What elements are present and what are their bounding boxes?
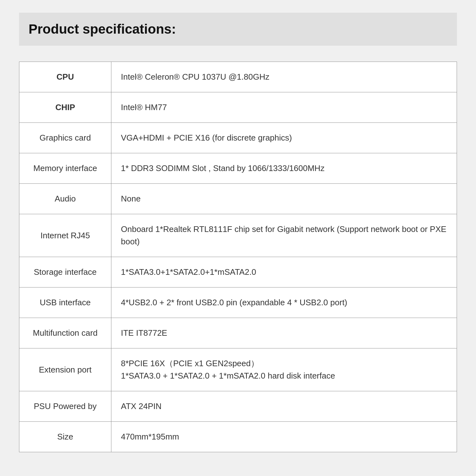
table-row: PSU Powered by ATX 24PIN xyxy=(19,391,457,422)
table-row: Multifunction cardITE IT8772E xyxy=(19,318,457,348)
table-row: CPUIntel® Celeron® CPU 1037U @1.80GHz xyxy=(19,62,457,92)
table-row: Graphics cardVGA+HDMI + PCIE X16 (for di… xyxy=(19,123,457,153)
page-title: Product specifications: xyxy=(29,22,447,37)
spec-label: Extension port xyxy=(19,348,111,391)
spec-label: CPU xyxy=(19,62,111,92)
spec-value: Intel® Celeron® CPU 1037U @1.80GHz xyxy=(111,62,457,92)
spec-value: 470mm*195mm xyxy=(111,422,457,452)
spec-label: USB interface xyxy=(19,288,111,318)
spec-label: Size xyxy=(19,422,111,452)
spec-value: 4*USB2.0 + 2* front USB2.0 pin (expandab… xyxy=(111,288,457,318)
spec-value: 8*PCIE 16X（PCIE x1 GEN2speed）1*SATA3.0 +… xyxy=(111,348,457,391)
table-row: Size470mm*195mm xyxy=(19,422,457,452)
table-row: Memory interface1* DDR3 SODIMM Slot , St… xyxy=(19,153,457,184)
spec-value: 1*SATA3.0+1*SATA2.0+1*mSATA2.0 xyxy=(111,257,457,288)
spec-label: Multifunction card xyxy=(19,318,111,348)
spec-label: Graphics card xyxy=(19,123,111,153)
spec-label: Memory interface xyxy=(19,153,111,184)
spec-label: Internet RJ45 xyxy=(19,214,111,257)
spec-value: VGA+HDMI + PCIE X16 (for discrete graphi… xyxy=(111,123,457,153)
spec-label: Storage interface xyxy=(19,257,111,288)
table-row: Storage interface1*SATA3.0+1*SATA2.0+1*m… xyxy=(19,257,457,288)
table-row: Internet RJ45Onboard 1*Realtek RTL8111F … xyxy=(19,214,457,257)
table-row: CHIPIntel® HM77 xyxy=(19,92,457,123)
title-bar: Product specifications: xyxy=(19,13,457,46)
spec-value: 1* DDR3 SODIMM Slot , Stand by 1066/1333… xyxy=(111,153,457,184)
spec-value: Intel® HM77 xyxy=(111,92,457,123)
table-row: USB interface4*USB2.0 + 2* front USB2.0 … xyxy=(19,288,457,318)
specs-table: CPUIntel® Celeron® CPU 1037U @1.80GHzCHI… xyxy=(19,62,457,452)
spec-value: ATX 24PIN xyxy=(111,391,457,422)
spec-label: PSU Powered by xyxy=(19,391,111,422)
spec-label: Audio xyxy=(19,184,111,214)
spec-value: ITE IT8772E xyxy=(111,318,457,348)
page-wrapper: Product specifications: CPUIntel® Celero… xyxy=(0,0,476,476)
spec-label: CHIP xyxy=(19,92,111,123)
table-row: Extension port8*PCIE 16X（PCIE x1 GEN2spe… xyxy=(19,348,457,391)
table-row: AudioNone xyxy=(19,184,457,214)
spec-value: Onboard 1*Realtek RTL8111F chip set for … xyxy=(111,214,457,257)
spec-value: None xyxy=(111,184,457,214)
